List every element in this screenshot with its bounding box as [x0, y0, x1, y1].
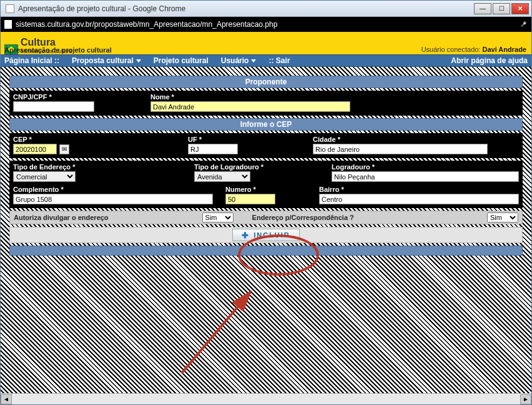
- uf-input[interactable]: [188, 144, 238, 154]
- address-bar: sistemas.cultura.gov.br/propostaweb/mn_A…: [1, 17, 531, 32]
- panel-cep: CEP * ✉ UF * Cidade *: [9, 133, 523, 158]
- menu-help[interactable]: Abrir página de ajuda: [451, 56, 528, 65]
- cep-input[interactable]: [13, 144, 57, 154]
- menu-usuario[interactable]: Usuário: [221, 56, 257, 65]
- tipo-endereco-select[interactable]: Comercial: [13, 171, 76, 182]
- label-numero: Numero *: [225, 186, 307, 193]
- options-bar: Autoriza divulgar o endereço Sim Endereç…: [9, 211, 523, 224]
- cidade-input[interactable]: [313, 144, 488, 154]
- window-title: Apresentação de projeto cultural - Googl…: [18, 4, 474, 13]
- label-cidade: Cidade *: [313, 136, 519, 143]
- connected-user: Usuário conectado: Davi Andrade: [421, 46, 526, 53]
- label-logradouro: Logradouro *: [332, 163, 519, 171]
- minimize-button[interactable]: —: [474, 3, 491, 14]
- label-tipo-endereco: Tipo de Endereço *: [13, 163, 182, 171]
- page-icon: [4, 20, 12, 29]
- tipo-logradouro-select[interactable]: Avenida: [194, 171, 250, 182]
- chevron-down-icon: [136, 59, 141, 62]
- complemento-input[interactable]: [13, 194, 213, 204]
- banner-subtitle: Apresentação de projeto cultural: [4, 46, 112, 54]
- label-cep: CEP *: [13, 136, 175, 143]
- bairro-input[interactable]: [319, 194, 519, 204]
- titlebar: Apresentação de projeto cultural - Googl…: [1, 1, 531, 17]
- menu-proposta[interactable]: Proposta cultural: [72, 56, 141, 65]
- nome-input[interactable]: [150, 101, 350, 112]
- menu-projeto[interactable]: Projeto cultural: [154, 56, 209, 65]
- window-controls: — ☐ ✕: [474, 3, 531, 14]
- label-tipo-logradouro: Tipo de Logradouro *: [194, 163, 319, 171]
- label-uf: UF *: [188, 136, 300, 143]
- chevron-down-icon: [251, 59, 256, 62]
- content-area: Proponente CNPJ/CPF * Nome * Informe o C…: [1, 67, 531, 404]
- window-frame: Apresentação de projeto cultural - Googl…: [0, 0, 532, 405]
- label-nome: Nome *: [150, 93, 519, 101]
- app-icon: [6, 4, 14, 13]
- incluir-label: INCLUIR: [254, 231, 290, 239]
- close-button[interactable]: ✕: [511, 3, 529, 14]
- scroll-right-icon[interactable]: ►: [520, 394, 531, 404]
- url-text[interactable]: sistemas.cultura.gov.br/propostaweb/mn_A…: [16, 20, 516, 29]
- cep-lookup-icon[interactable]: ✉: [59, 144, 69, 154]
- section-proponente: Proponente: [9, 76, 523, 88]
- label-bairro: Bairro *: [319, 186, 519, 193]
- label-correspondencia: Endereço p/Correspondência ?: [252, 214, 354, 221]
- maximize-button[interactable]: ☐: [493, 3, 510, 14]
- label-cnpj: CNPJ/CPF *: [13, 93, 138, 101]
- correspondencia-select[interactable]: Sim: [487, 212, 518, 222]
- banner: Cultura Ministério da Cultura Apresentaç…: [1, 32, 531, 54]
- menu-home[interactable]: Página Inicial ::: [4, 56, 59, 65]
- form-wrapper: Proponente CNPJ/CPF * Nome * Informe o C…: [9, 76, 523, 256]
- connected-label: Usuário conectado:: [421, 46, 481, 53]
- panel-endereco: Tipo de Endereço * Comercial Tipo de Log…: [9, 161, 523, 208]
- footer-bar: [9, 246, 523, 256]
- action-bar: ✚ INCLUIR: [9, 227, 523, 243]
- cnpj-input[interactable]: [13, 101, 94, 112]
- scroll-left-icon[interactable]: ◄: [1, 394, 12, 404]
- menubar: Página Inicial :: Proposta cultural Proj…: [1, 54, 531, 67]
- panel-proponente: CNPJ/CPF * Nome *: [9, 91, 523, 116]
- label-complemento: Complemento *: [13, 186, 213, 193]
- connected-username: Davi Andrade: [482, 46, 526, 53]
- label-autoriza: Autoriza divulgar o endereço: [14, 214, 109, 221]
- plus-icon: ✚: [242, 231, 250, 240]
- logradouro-input[interactable]: [332, 171, 519, 182]
- section-informe-cep: Informe o CEP: [9, 118, 523, 131]
- incluir-button[interactable]: ✚ INCLUIR: [232, 229, 300, 241]
- menu-sair[interactable]: :: Sair: [268, 56, 290, 65]
- numero-input[interactable]: [225, 194, 275, 204]
- horizontal-scrollbar[interactable]: ◄ ►: [1, 393, 531, 404]
- wrench-icon[interactable]: [520, 21, 528, 28]
- autoriza-select[interactable]: Sim: [202, 212, 234, 222]
